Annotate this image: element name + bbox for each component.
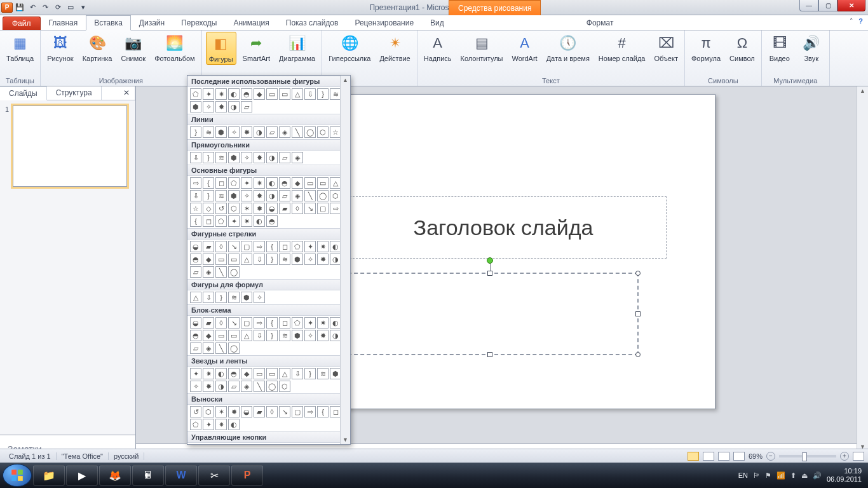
- resize-handle[interactable]: [487, 271, 492, 276]
- vertical-scrollbar[interactable]: [857, 86, 868, 451]
- shape-item[interactable]: ✸: [203, 381, 214, 392]
- shape-item[interactable]: ✦: [304, 241, 316, 252]
- ribbon-tab-3[interactable]: Переходы: [173, 15, 225, 30]
- shapes-scrollbar[interactable]: ▲ ▼: [340, 76, 350, 444]
- shape-item[interactable]: ╲: [304, 190, 316, 201]
- qat-undo-icon[interactable]: ↶: [27, 2, 38, 13]
- shape-item[interactable]: {: [190, 215, 201, 227]
- title-placeholder[interactable]: Заголовок слайда: [340, 196, 667, 259]
- view-sorter-button[interactable]: [703, 452, 714, 461]
- view-normal-button[interactable]: [688, 452, 699, 461]
- tray-clock[interactable]: 10:19 06.09.2011: [827, 467, 862, 483]
- taskbar-powerpoint[interactable]: P: [231, 465, 263, 485]
- shape-item[interactable]: ⇨: [190, 177, 201, 189]
- format-tab[interactable]: Формат: [578, 15, 622, 30]
- shape-item[interactable]: }: [317, 88, 329, 100]
- shape-item[interactable]: ◈: [279, 126, 290, 138]
- resize-handle[interactable]: [635, 271, 641, 276]
- shape-item[interactable]: ⇩: [203, 292, 214, 303]
- shape-item[interactable]: ▱: [241, 101, 252, 112]
- shape-item[interactable]: }: [203, 152, 214, 163]
- shape-item[interactable]: ✦: [304, 317, 316, 329]
- shape-item[interactable]: ◆: [203, 254, 214, 265]
- qat-btn-icon[interactable]: ⟳: [52, 2, 64, 13]
- shape-item[interactable]: ▰: [203, 241, 214, 252]
- resize-handle[interactable]: [635, 311, 641, 316]
- tray-updates-icon[interactable]: ⬆: [790, 471, 796, 480]
- shape-item[interactable]: ✸: [317, 330, 329, 341]
- shape-item[interactable]: ⬠: [292, 241, 303, 252]
- shape-item[interactable]: ▱: [279, 152, 290, 163]
- screenshot-button[interactable]: 📷Снимок: [118, 32, 148, 64]
- shape-item[interactable]: ↘: [228, 241, 240, 252]
- ribbon-tab-5[interactable]: Показ слайдов: [278, 15, 347, 30]
- shape-item[interactable]: ◑: [266, 152, 278, 163]
- shape-item[interactable]: ◓: [190, 254, 201, 265]
- slides-pane-close-icon[interactable]: ✕: [118, 86, 135, 100]
- taskbar-explorer[interactable]: 📁: [33, 465, 65, 485]
- shape-item[interactable]: }: [215, 292, 227, 303]
- shapes-button[interactable]: ◧Фигуры: [206, 32, 236, 65]
- shape-item[interactable]: ✦: [190, 368, 201, 379]
- shape-item[interactable]: △: [279, 368, 290, 379]
- shape-item[interactable]: ⇩: [304, 88, 316, 100]
- shape-item[interactable]: ≋: [215, 152, 227, 163]
- shape-item[interactable]: ✧: [190, 381, 201, 392]
- shape-item[interactable]: ✹: [228, 406, 240, 417]
- shape-item[interactable]: ✧: [304, 254, 316, 265]
- help-icon[interactable]: ?: [858, 17, 863, 25]
- ribbon-tab-2[interactable]: Дизайн: [131, 15, 173, 30]
- view-reading-button[interactable]: [718, 452, 729, 461]
- shape-item[interactable]: ◓: [228, 368, 240, 379]
- action-button[interactable]: ✴Действие: [377, 32, 412, 64]
- shape-item[interactable]: ╲: [215, 266, 227, 278]
- shape-item[interactable]: ≋: [203, 126, 214, 138]
- taskbar-word[interactable]: W: [165, 465, 197, 485]
- shape-item[interactable]: ▢: [292, 406, 303, 417]
- shape-item[interactable]: ⬡: [317, 126, 329, 138]
- shape-item[interactable]: △: [241, 254, 252, 265]
- shape-item[interactable]: ✧: [304, 330, 316, 341]
- shape-item[interactable]: ◒: [190, 241, 201, 252]
- shape-item[interactable]: ▭: [228, 254, 240, 265]
- shape-item[interactable]: ◊: [292, 203, 303, 214]
- resize-handle[interactable]: [635, 352, 641, 357]
- shape-item[interactable]: ⬡: [228, 203, 240, 214]
- shape-item[interactable]: ◑: [228, 101, 240, 112]
- shape-item[interactable]: ◓: [241, 88, 252, 100]
- shape-item[interactable]: ⬢: [292, 330, 303, 341]
- shape-item[interactable]: ◆: [241, 368, 252, 379]
- shape-item[interactable]: ◓: [266, 215, 278, 227]
- shape-item[interactable]: ↘: [279, 406, 290, 417]
- shape-item[interactable]: ✷: [317, 241, 329, 252]
- shape-item[interactable]: ⬡: [203, 406, 214, 417]
- shape-item[interactable]: ✷: [241, 215, 252, 227]
- shape-item[interactable]: ≋: [317, 368, 329, 379]
- clipart-button[interactable]: 🎨Картинка: [80, 32, 115, 64]
- contextual-tab-drawing[interactable]: Средства рисования: [449, 0, 541, 15]
- shape-item[interactable]: ✧: [254, 292, 265, 303]
- tab-outline[interactable]: Структура: [47, 86, 102, 100]
- close-button[interactable]: ✕: [837, 0, 865, 11]
- shape-item[interactable]: ▱: [228, 381, 240, 392]
- shape-item[interactable]: ✷: [203, 368, 214, 379]
- shape-item[interactable]: ≋: [215, 190, 227, 201]
- shape-item[interactable]: }: [304, 368, 316, 379]
- shape-item[interactable]: {: [203, 177, 214, 189]
- shape-item[interactable]: ✷: [215, 88, 227, 100]
- wordart-button[interactable]: AWordArt: [510, 32, 540, 64]
- qat-more-icon[interactable]: ▾: [78, 2, 89, 13]
- shape-item[interactable]: ⇩: [254, 330, 265, 341]
- shape-item[interactable]: ◈: [203, 266, 214, 278]
- shape-item[interactable]: ◆: [254, 88, 265, 100]
- shape-item[interactable]: ◐: [228, 88, 240, 100]
- shape-item[interactable]: ◑: [215, 381, 227, 392]
- shape-item[interactable]: ⬠: [215, 215, 227, 227]
- shape-item[interactable]: ▱: [279, 190, 290, 201]
- shape-item[interactable]: ▢: [241, 241, 252, 252]
- datetime-button[interactable]: 🕔Дата и время: [544, 32, 592, 64]
- shape-item[interactable]: ◯: [317, 190, 329, 201]
- tray-language[interactable]: EN: [738, 471, 748, 479]
- shape-item[interactable]: ✷: [215, 419, 227, 430]
- shape-item[interactable]: ⇩: [190, 152, 201, 163]
